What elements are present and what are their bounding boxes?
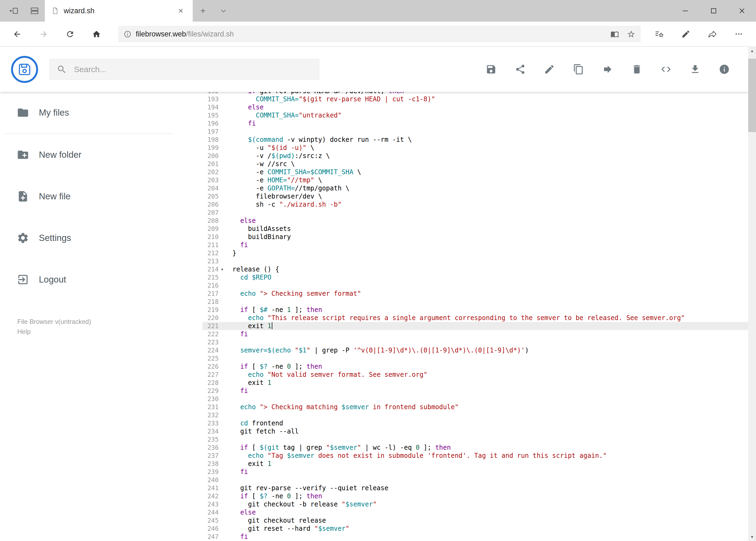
more-actions-button[interactable] bbox=[727, 25, 751, 43]
share-page-button[interactable] bbox=[700, 25, 724, 43]
code-line[interactable]: 203 -e HOME="//tmp" \ bbox=[202, 176, 748, 184]
code-line[interactable]: 207 bbox=[202, 209, 748, 217]
code-line[interactable]: 231 echo "> Checking matching $semver in… bbox=[202, 403, 748, 411]
annotate-button[interactable] bbox=[674, 25, 698, 43]
code-line[interactable]: 219 if [ $# -ne 1 ]; then bbox=[202, 306, 748, 314]
code-line[interactable]: 246 git reset --hard "$semver" bbox=[202, 525, 748, 533]
source-view-button[interactable] bbox=[657, 61, 674, 78]
code-line[interactable]: 194 else bbox=[202, 103, 748, 111]
sidebar-item-new-file[interactable]: New file bbox=[0, 176, 200, 217]
code-line[interactable]: 211 fi bbox=[202, 241, 748, 249]
tab-preview-button[interactable] bbox=[28, 4, 41, 17]
scrollbar-thumb[interactable] bbox=[748, 59, 756, 132]
code-line[interactable]: 241 git rev-parse --verify --quiet relea… bbox=[202, 484, 748, 492]
share-button[interactable] bbox=[512, 61, 529, 78]
code-line[interactable]: 198 $(command -v winpty) docker run --rm… bbox=[202, 136, 748, 144]
gutter: 223 bbox=[202, 338, 226, 346]
code-line[interactable]: 222 fi bbox=[202, 330, 748, 338]
code-line[interactable]: 212} bbox=[202, 249, 748, 257]
code-line[interactable]: 204 -e GOPATH=//tmp/gopath \ bbox=[202, 184, 748, 192]
move-button[interactable] bbox=[599, 61, 616, 78]
code-line[interactable]: 218 bbox=[202, 297, 748, 306]
code-line[interactable]: 193 COMMIT_SHA="$(git rev-parse HEAD | c… bbox=[202, 95, 748, 103]
code-editor[interactable]: 192 if git rev-parse HEAD &> /dev/null; … bbox=[202, 87, 748, 541]
code-line[interactable]: 237 echo "Tag $semver does not exist in … bbox=[202, 452, 748, 460]
address-bar[interactable]: filebrowser.web/files/wizard.sh bbox=[119, 26, 640, 42]
code-line[interactable]: 242 if [ $? -ne 0 ]; then bbox=[202, 492, 748, 500]
search-input[interactable] bbox=[74, 65, 312, 74]
scroll-down-button[interactable]: ▼ bbox=[748, 533, 756, 541]
copy-button[interactable] bbox=[570, 61, 587, 78]
code-line[interactable]: 225 bbox=[202, 354, 748, 362]
info-button[interactable] bbox=[716, 61, 732, 78]
sidebar-item-logout[interactable]: Logout bbox=[0, 259, 200, 300]
code-line[interactable]: 224 semver=$(echo "$1" | grep -P '^v(0|[… bbox=[202, 346, 748, 354]
help-link[interactable]: Help bbox=[17, 326, 91, 336]
code-line[interactable]: 245 git checkout release bbox=[202, 516, 748, 525]
code-line[interactable]: 210 buildBinary bbox=[202, 233, 748, 241]
fold-marker[interactable]: ▾ bbox=[219, 265, 226, 273]
tab-previews-toggle-button[interactable] bbox=[213, 0, 234, 22]
sidebar-item-new-folder[interactable]: New folder bbox=[0, 134, 200, 176]
line-number: 194 bbox=[207, 103, 219, 111]
code-line[interactable]: 205 filebrowser/dev \ bbox=[202, 192, 748, 201]
scroll-up-button[interactable]: ▲ bbox=[748, 47, 756, 55]
code-line[interactable]: 226 if [ $? -ne 0 ]; then bbox=[202, 362, 748, 370]
code-line[interactable]: 236 if [ $(git tag | grep "$semver" | wc… bbox=[202, 443, 748, 452]
code-line[interactable]: 215 cd $REPO bbox=[202, 273, 748, 281]
reading-view-button[interactable] bbox=[611, 30, 619, 38]
code-line[interactable]: 217 echo "> Checking semver format" bbox=[202, 289, 748, 297]
sidebar-item-settings[interactable]: Settings bbox=[0, 217, 200, 259]
minimize-button[interactable] bbox=[671, 0, 699, 22]
code-line[interactable]: 228 exit 1 bbox=[202, 379, 748, 387]
add-favorite-button[interactable] bbox=[627, 30, 635, 38]
code-line[interactable]: 196 fi bbox=[202, 119, 748, 128]
code-line[interactable]: 233 cd frontend bbox=[202, 419, 748, 427]
set-tabs-aside-button[interactable] bbox=[8, 4, 21, 17]
code-line[interactable]: 201 -w //src \ bbox=[202, 160, 748, 168]
code-line[interactable]: 244 else bbox=[202, 508, 748, 516]
code-line[interactable]: 202 -e COMMIT_SHA=$COMMIT_SHA \ bbox=[202, 168, 748, 176]
code-line[interactable]: 247 fi bbox=[202, 533, 748, 541]
code-line[interactable]: 197 bbox=[202, 128, 748, 136]
tab-close-button[interactable] bbox=[175, 5, 186, 16]
code-line[interactable]: 243 git checkout -b release "$semver" bbox=[202, 500, 748, 508]
download-button[interactable] bbox=[687, 61, 703, 78]
code-line[interactable]: 209 buildAssets bbox=[202, 225, 748, 233]
code-line[interactable]: 206 sh -c "./wizard.sh -b" bbox=[202, 201, 748, 209]
rename-button[interactable] bbox=[541, 61, 558, 78]
code-line[interactable]: 195 COMMIT_SHA="untracked" bbox=[202, 111, 748, 119]
code-line[interactable]: 223 bbox=[202, 338, 748, 346]
sidebar-item-my-files[interactable]: My files bbox=[0, 92, 200, 134]
code-line[interactable]: 220 echo "This release script requires a… bbox=[202, 314, 748, 322]
maximize-button[interactable] bbox=[699, 0, 728, 22]
code-line[interactable]: 214▾release () { bbox=[202, 265, 748, 273]
code-line[interactable]: 216 bbox=[202, 281, 748, 289]
code-line[interactable]: 239 fi bbox=[202, 468, 748, 476]
code-line[interactable]: 235 bbox=[202, 435, 748, 443]
new-tab-button[interactable] bbox=[193, 0, 213, 22]
site-info-button[interactable] bbox=[124, 30, 131, 38]
code-line[interactable]: 230 bbox=[202, 395, 748, 403]
hub-button[interactable] bbox=[647, 25, 671, 43]
code-line[interactable]: 200 -v /$(pwd):/src:z \ bbox=[202, 152, 748, 160]
code-line[interactable]: 234 git fetch --all bbox=[202, 427, 748, 435]
code-line[interactable]: 229 fi bbox=[202, 387, 748, 395]
scrollbar-track[interactable]: ▲ ▼ bbox=[748, 47, 756, 541]
close-window-button[interactable] bbox=[728, 0, 756, 22]
code-line[interactable]: 213 bbox=[202, 257, 748, 265]
code-line[interactable]: 199 -u "$(id -u)" \ bbox=[202, 144, 748, 152]
search-box[interactable] bbox=[49, 59, 319, 80]
delete-button[interactable] bbox=[629, 61, 645, 78]
save-button[interactable] bbox=[483, 61, 499, 78]
code-line[interactable]: 232 bbox=[202, 411, 748, 419]
code-line[interactable]: 227 echo "Not valid semver format. See s… bbox=[202, 370, 748, 379]
code-line[interactable]: 208 else bbox=[202, 217, 748, 225]
code-line[interactable]: 221 exit 1 bbox=[202, 322, 748, 330]
code-line[interactable]: 238 exit 1 bbox=[202, 460, 748, 468]
home-button[interactable] bbox=[84, 25, 109, 43]
back-button[interactable] bbox=[5, 25, 29, 43]
code-line[interactable]: 240 bbox=[202, 476, 748, 484]
refresh-button[interactable] bbox=[58, 25, 82, 43]
browser-tab[interactable]: wizard.sh bbox=[45, 0, 193, 22]
